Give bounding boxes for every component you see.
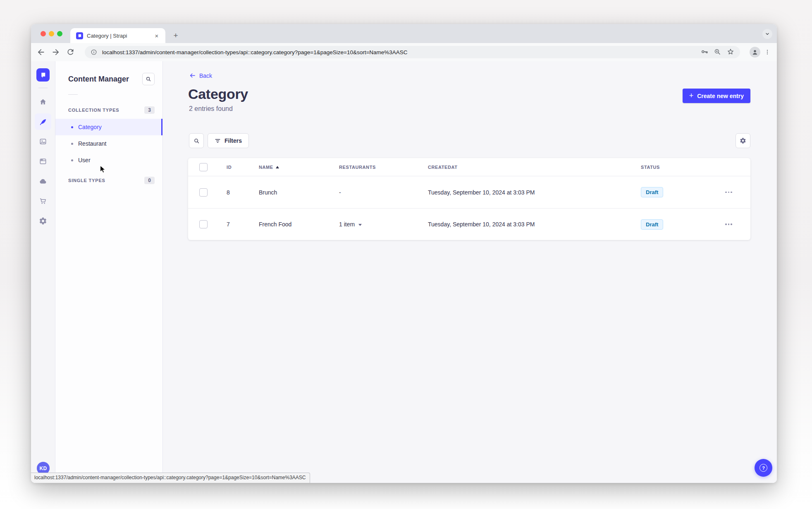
tab-title: Category | Strapi [87,33,153,39]
column-header-name[interactable]: NAME [259,165,339,170]
content-manager-feather-icon[interactable] [35,113,51,130]
table-row-brunch[interactable]: 8 Brunch - Tuesday, September 10, 2024 a… [188,176,750,208]
bookmark-star-icon[interactable] [726,48,735,56]
browser-menu-icon[interactable] [763,48,772,57]
entries-table: ID NAME RESTAURANTS CREATEDAT STATUS 8 B… [188,158,750,240]
marketplace-cart-icon[interactable] [35,193,51,209]
single-types-label: SINGLE TYPES [68,178,105,183]
browser-toolbar: localhost:1337/admin/content-manager/col… [31,43,777,61]
media-library-icon[interactable] [35,133,51,150]
strapi-app: KD Content Manager COLLECTION TYPES 3 Ca… [31,61,777,483]
chevron-down-icon [358,224,362,226]
tab-search-chevron-icon[interactable] [762,29,772,39]
subnav-item-category[interactable]: Category [55,119,162,135]
strapi-logo[interactable] [36,68,50,82]
cell-id: 7 [219,221,259,228]
column-header-status[interactable]: STATUS [641,165,707,170]
arrow-left-icon [189,72,196,79]
status-badge: Draft [641,219,663,230]
create-button-label: Create new entry [697,93,744,99]
row-checkbox[interactable] [199,220,208,228]
help-button[interactable]: ? [755,459,772,477]
filter-icon [215,138,221,144]
view-settings-gear-button[interactable] [736,133,750,148]
subnav-title: Content Manager [68,75,129,84]
minimize-window-button[interactable] [49,31,54,36]
bullet-icon [71,126,73,128]
browser-profile-avatar[interactable] [750,47,760,58]
cell-restaurants-toggle[interactable]: 1 item [339,221,428,228]
filters-button[interactable]: Filters [208,133,249,148]
subnav-item-label: Restaurant [78,140,106,147]
single-types-count-badge: 0 [144,177,155,184]
maximize-window-button[interactable] [57,31,62,36]
plus-icon: + [689,92,694,99]
browser-tab-bar: Category | Strapi × + [31,24,777,43]
filters-label: Filters [224,137,242,144]
subnav-item-label: User [78,157,91,163]
cell-createdat: Tuesday, September 10, 2024 at 3:03 PM [428,221,641,228]
table-header-row: ID NAME RESTAURANTS CREATEDAT STATUS [188,158,750,176]
cell-name: French Food [259,221,339,228]
browser-tab[interactable]: Category | Strapi × [70,28,165,43]
collection-types-count-badge: 3 [144,106,155,114]
collection-types-label: COLLECTION TYPES [68,108,119,113]
row-actions-icon[interactable] [725,223,732,225]
subnav-search-button[interactable] [142,73,155,85]
back-label: Back [199,72,212,79]
page-title: Category [188,86,248,102]
table-search-button[interactable] [189,133,204,148]
column-header-id[interactable]: ID [219,165,259,170]
subnav-divider [68,94,78,95]
zoom-in-icon[interactable] [714,48,721,56]
tab-close-icon[interactable]: × [153,32,160,39]
cell-createdat: Tuesday, September 10, 2024 at 3:03 PM [428,189,641,196]
deploy-cloud-icon[interactable] [35,173,51,190]
subnav-item-user[interactable]: User [55,152,162,168]
table-row-french-food[interactable]: 7 French Food 1 item Tuesday, September … [188,208,750,240]
main-content: Back Category 2 entries found + Create n… [163,61,777,483]
close-window-button[interactable] [41,31,46,36]
subnav-item-restaurant[interactable]: Restaurant [55,135,162,152]
mouse-cursor [100,165,107,174]
subnav-item-label: Category [78,124,102,130]
bullet-icon [71,159,73,161]
cell-id: 8 [219,189,259,196]
new-tab-button[interactable]: + [171,31,181,41]
column-header-createdat[interactable]: CREATEDAT [428,165,641,170]
site-info-icon[interactable] [91,49,97,55]
browser-window: Category | Strapi × + localhost:1337/adm… [31,24,777,483]
passwords-key-icon[interactable] [700,48,709,56]
strapi-favicon-icon [76,32,83,39]
back-link[interactable]: Back [189,72,212,79]
reload-icon[interactable] [66,48,75,57]
question-mark-icon: ? [759,464,767,472]
content-type-builder-layout-icon[interactable] [35,153,51,170]
main-nav-rail: KD [31,61,55,483]
url-text[interactable]: localhost:1337/admin/content-manager/col… [102,49,408,55]
status-badge: Draft [641,187,663,197]
sort-ascending-icon [276,166,279,168]
home-icon[interactable] [35,94,51,110]
forward-nav-icon[interactable] [51,48,60,57]
status-bar-url: localhost:1337/admin/content-manager/col… [31,473,310,483]
settings-gear-icon[interactable] [35,213,51,229]
rail-divider [38,88,48,88]
cell-restaurants: - [339,189,428,196]
back-nav-icon[interactable] [36,48,45,57]
row-checkbox[interactable] [199,188,208,197]
create-new-entry-button[interactable]: + Create new entry [683,89,750,103]
entries-count: 2 entries found [189,105,233,113]
content-manager-subnav: Content Manager COLLECTION TYPES 3 Categ… [55,61,163,483]
select-all-checkbox[interactable] [199,163,208,171]
bullet-icon [71,143,73,145]
column-header-restaurants[interactable]: RESTAURANTS [339,165,428,170]
row-actions-icon[interactable] [725,192,732,193]
url-bar[interactable]: localhost:1337/admin/content-manager/col… [85,46,740,58]
cell-name: Brunch [259,189,339,196]
